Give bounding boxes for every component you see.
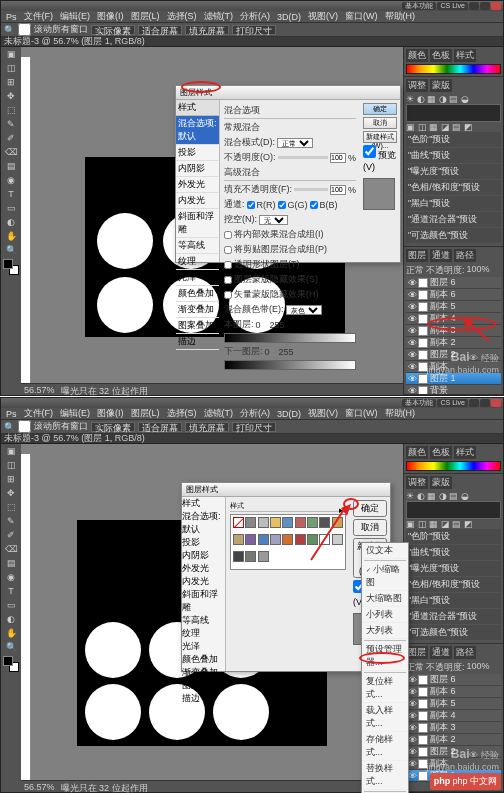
context-menu-item[interactable]: 大列表: [362, 623, 408, 639]
tool-path[interactable]: ◐: [2, 612, 20, 626]
visibility-icon[interactable]: 👁: [408, 279, 416, 287]
style-category-item[interactable]: 颜色叠加: [176, 286, 219, 302]
tool-heal[interactable]: ✐: [2, 528, 20, 542]
maximize-button[interactable]: [480, 399, 490, 407]
zoom-level[interactable]: 56.57%: [24, 782, 55, 791]
context-menu-item[interactable]: 仅文本: [362, 543, 408, 559]
btn-fill[interactable]: 填充屏幕: [185, 422, 229, 432]
style-none[interactable]: [233, 517, 244, 528]
menu-image[interactable]: 图像(I): [95, 10, 126, 23]
tool-brush[interactable]: ⌫: [2, 145, 20, 159]
tool-shape[interactable]: ▭: [2, 201, 20, 215]
under-layer-gradient[interactable]: [224, 360, 356, 370]
visibility-icon[interactable]: 👁: [408, 700, 416, 708]
channel-b[interactable]: [310, 201, 318, 209]
btn-fit[interactable]: 适合屏幕: [138, 422, 182, 432]
visibility-icon[interactable]: 👁: [408, 387, 416, 395]
tab-channels[interactable]: 通道: [430, 646, 452, 659]
style-preset[interactable]: [258, 534, 269, 545]
tool-wand[interactable]: ✥: [2, 89, 20, 103]
style-category-item[interactable]: 斜面和浮雕: [176, 209, 219, 238]
tab-layers[interactable]: 图层: [406, 249, 428, 262]
tool-type[interactable]: T: [2, 584, 20, 598]
fill-slider[interactable]: [294, 188, 328, 191]
visibility-icon[interactable]: 👁: [408, 291, 416, 299]
style-preset[interactable]: [282, 534, 293, 545]
visibility-icon[interactable]: 👁: [408, 375, 416, 383]
tool-path[interactable]: ◐: [2, 215, 20, 229]
style-category-item[interactable]: 纹理: [182, 627, 225, 640]
new-style-button[interactable]: 新建样式(W)...: [363, 131, 397, 143]
menu-3d[interactable]: 3D(D): [275, 12, 303, 22]
adv-check[interactable]: [224, 246, 232, 254]
visibility-icon[interactable]: 👁: [408, 363, 416, 371]
tool-gradient[interactable]: ◉: [2, 173, 20, 187]
fg-bg-swatches[interactable]: [3, 656, 19, 672]
style-list-header[interactable]: 样式: [182, 497, 225, 510]
menu-file[interactable]: 文件(F): [22, 10, 56, 23]
style-category-item[interactable]: 混合选项:默认: [182, 510, 225, 536]
ok-button[interactable]: 确定: [353, 500, 387, 517]
preset-bw[interactable]: "黑白"预设: [406, 196, 501, 211]
adv-check[interactable]: [224, 261, 232, 269]
btn-actual[interactable]: 实际像素: [91, 422, 135, 432]
menu-layer[interactable]: 图层(L): [129, 10, 162, 23]
style-preset[interactable]: [307, 517, 318, 528]
menu-edit[interactable]: 编辑(E): [58, 10, 92, 23]
tab-paths[interactable]: 路径: [454, 249, 476, 262]
workspace-mode[interactable]: 基本功能: [402, 2, 436, 10]
tool-marquee[interactable]: ◫: [2, 61, 20, 75]
style-preset[interactable]: [295, 517, 306, 528]
tool-hand[interactable]: ✋: [2, 229, 20, 243]
tool-hand[interactable]: ✋: [2, 626, 20, 640]
context-menu-item[interactable]: 替换样式...: [362, 761, 408, 790]
preset-curves[interactable]: "曲线"预设: [406, 148, 501, 163]
opacity-input[interactable]: [330, 153, 346, 163]
layer-row[interactable]: 👁背景: [406, 385, 501, 395]
tool-gradient[interactable]: ◉: [2, 570, 20, 584]
context-menu-item[interactable]: 存储样式...: [362, 732, 408, 761]
menu-select[interactable]: 选择(S): [165, 407, 199, 420]
cancel-button[interactable]: 取消: [353, 519, 387, 536]
adv-check[interactable]: [224, 276, 232, 284]
visibility-icon[interactable]: 👁: [408, 748, 416, 756]
visibility-icon[interactable]: 👁: [408, 327, 416, 335]
preset-exposure[interactable]: "曝光度"预设: [406, 561, 501, 576]
visibility-icon[interactable]: 👁: [408, 736, 416, 744]
tab-adjust[interactable]: 调整: [406, 79, 428, 92]
tab-mask[interactable]: 蒙版: [430, 79, 452, 92]
style-preset[interactable]: [245, 551, 256, 562]
preset-mixer[interactable]: "通道混合器"预设: [406, 609, 501, 624]
style-preset[interactable]: [233, 534, 244, 545]
style-category-item[interactable]: 渐变叠加: [176, 302, 219, 318]
preset-bw[interactable]: "黑白"预设: [406, 593, 501, 608]
btn-fit[interactable]: 适合屏幕: [138, 25, 182, 35]
flyout-menu-button[interactable]: ▸: [339, 505, 344, 515]
tool-crop[interactable]: ⬚: [2, 103, 20, 117]
style-category-item[interactable]: 投影: [176, 145, 219, 161]
style-category-item[interactable]: 图案叠加: [182, 679, 225, 692]
tab-swatch[interactable]: 色板: [430, 446, 452, 459]
style-category-item[interactable]: 内阴影: [176, 161, 219, 177]
adv-check[interactable]: [224, 291, 232, 299]
tool-brush[interactable]: ⌫: [2, 542, 20, 556]
tool-shape[interactable]: ▭: [2, 598, 20, 612]
menu-select[interactable]: 选择(S): [165, 10, 199, 23]
preset-selcolor[interactable]: "可选颜色"预设: [406, 228, 501, 243]
tool-crop[interactable]: ⬚: [2, 500, 20, 514]
adv-check[interactable]: [224, 231, 232, 239]
style-preset[interactable]: [282, 517, 293, 528]
style-category-item[interactable]: 外发光: [182, 562, 225, 575]
tab-color[interactable]: 颜色: [406, 49, 428, 62]
style-category-item[interactable]: 等高线: [182, 614, 225, 627]
preset-hue[interactable]: "色相/饱和度"预设: [406, 180, 501, 195]
tool-eyedropper[interactable]: ✎: [2, 514, 20, 528]
workspace-mode[interactable]: 基本功能: [402, 399, 436, 407]
visibility-icon[interactable]: 👁: [408, 772, 416, 780]
context-menu-item[interactable]: 载入样式...: [362, 703, 408, 732]
knockout-select[interactable]: 无: [259, 215, 288, 225]
menu-filter[interactable]: 滤镜(T): [202, 10, 236, 23]
close-button[interactable]: [491, 2, 501, 10]
cslive-button[interactable]: CS Live: [437, 2, 468, 10]
fg-bg-swatches[interactable]: [3, 259, 19, 275]
